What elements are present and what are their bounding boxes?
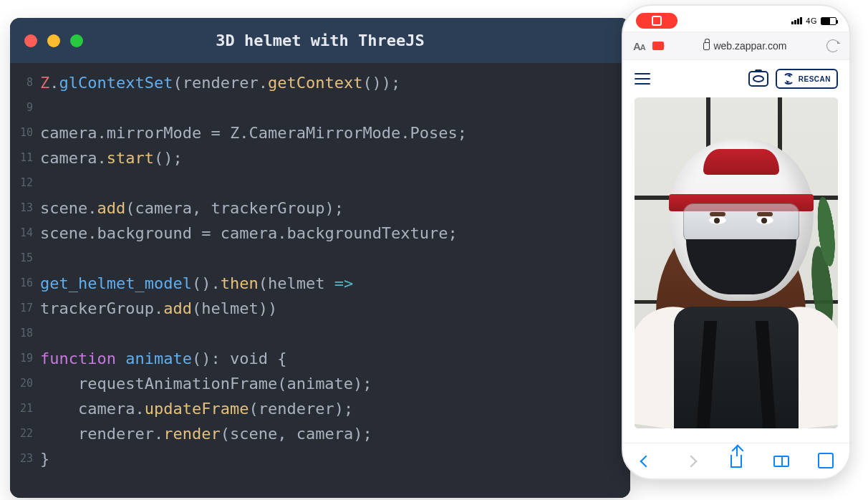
line-number: 8	[10, 70, 33, 95]
text-size-button[interactable]: AA	[633, 40, 645, 52]
address-field[interactable]: web.zappar.com	[671, 40, 819, 52]
line-number: 15	[10, 246, 33, 271]
window-title: 3D helmet with ThreeJS	[10, 32, 630, 49]
status-bar: 4G	[623, 6, 849, 32]
network-label: 4G	[806, 16, 817, 25]
screen-record-indicator[interactable]	[636, 13, 677, 29]
rescan-icon	[783, 73, 794, 85]
code-line[interactable]: scene.add(camera, trackerGroup);	[40, 196, 623, 221]
share-button[interactable]	[727, 452, 746, 471]
line-number: 19	[10, 346, 33, 371]
lock-icon	[703, 42, 710, 50]
address-host: web.zappar.com	[713, 40, 786, 52]
code-line[interactable]: trackerGroup.add(helmet))	[40, 296, 623, 321]
helmet-visor	[683, 203, 799, 244]
battery-icon	[821, 17, 836, 25]
zoom-icon[interactable]	[70, 34, 83, 47]
code-line[interactable]: get_helmet_model().then(helmet =>	[40, 271, 623, 296]
code-line[interactable]: camera.mirrorMode = Z.CameraMirrorMode.P…	[40, 120, 623, 145]
code-line[interactable]	[40, 246, 623, 271]
code-line[interactable]: requestAnimationFrame(animate);	[40, 371, 623, 396]
code-line[interactable]	[40, 170, 623, 196]
tabs-button[interactable]	[817, 452, 836, 471]
status-right: 4G	[791, 16, 836, 25]
code-line[interactable]	[40, 95, 623, 120]
line-number-gutter: 891011121314151617181920212223	[10, 70, 40, 498]
rescan-button[interactable]: RESCAN	[776, 69, 838, 89]
cellular-signal-icon	[791, 17, 802, 24]
line-number: 14	[10, 221, 33, 246]
code-editor-window: 3D helmet with ThreeJS 89101112131415161…	[10, 18, 630, 498]
code-line[interactable]: Z.glContextSet(renderer.getContext());	[40, 70, 623, 95]
line-number: 22	[10, 421, 33, 446]
line-number: 12	[10, 170, 33, 196]
phone-mockup: 4G AA web.zappar.com RESCAN	[622, 4, 851, 480]
code-line[interactable]: function animate(): void {	[40, 346, 623, 371]
browser-bottom-bar	[623, 443, 849, 479]
forward-button	[682, 452, 700, 471]
code-content[interactable]: Z.glContextSet(renderer.getContext());ca…	[40, 70, 630, 498]
flip-camera-button[interactable]	[748, 71, 768, 87]
ar-camera-view[interactable]: zappar	[635, 97, 838, 428]
app-toolbar: RESCAN	[623, 60, 849, 97]
code-line[interactable]	[40, 321, 623, 346]
code-line[interactable]: camera.updateFrame(renderer);	[40, 396, 623, 421]
line-number: 18	[10, 321, 33, 346]
back-button[interactable]	[637, 452, 655, 471]
ar-helmet-overlay: zappar	[669, 139, 814, 301]
line-number: 17	[10, 296, 33, 321]
minimize-icon[interactable]	[47, 34, 60, 47]
close-icon[interactable]	[24, 34, 37, 47]
line-number: 23	[10, 446, 33, 471]
browser-address-bar: AA web.zappar.com	[623, 32, 849, 60]
code-line[interactable]: scene.background = camera.backgroundText…	[40, 221, 623, 246]
camera-active-icon	[652, 42, 664, 50]
bookmarks-button[interactable]	[772, 452, 791, 471]
line-number: 10	[10, 120, 33, 145]
rescan-label: RESCAN	[799, 75, 831, 83]
window-controls	[24, 34, 83, 47]
refresh-icon[interactable]	[826, 39, 839, 52]
code-line[interactable]: renderer.render(scene, camera);	[40, 421, 623, 446]
line-number: 16	[10, 271, 33, 296]
line-number: 11	[10, 145, 33, 170]
line-number: 13	[10, 196, 33, 221]
line-number: 9	[10, 95, 33, 120]
window-titlebar: 3D helmet with ThreeJS	[10, 18, 630, 63]
code-line[interactable]: camera.start();	[40, 145, 623, 170]
menu-button[interactable]	[635, 73, 650, 85]
code-line[interactable]: }	[40, 446, 623, 471]
code-area[interactable]: 891011121314151617181920212223 Z.glConte…	[10, 63, 630, 498]
line-number: 20	[10, 371, 33, 396]
line-number: 21	[10, 396, 33, 421]
